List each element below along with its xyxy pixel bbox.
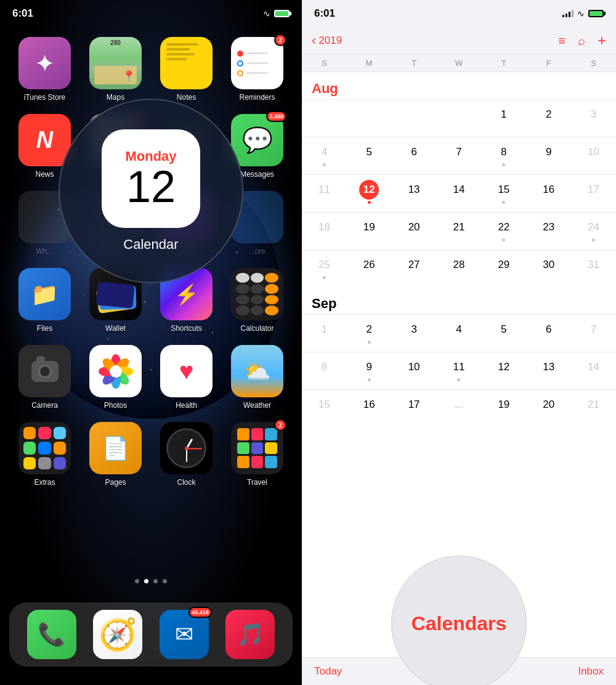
cal-day-aug-15[interactable]: 15 [481,175,526,212]
cal-back-button[interactable]: ‹ 2019 [312,33,459,49]
cal-day-sep-6[interactable]: 6 [526,315,571,352]
cal-day-aug-24[interactable]: 24 [571,213,616,249]
cal-day-sep-19[interactable]: 19 [481,390,526,427]
app-icon-travel[interactable]: 2 [231,422,283,474]
dock-icon-phone[interactable]: 📞 [27,610,76,659]
dock-item-phone[interactable]: 📞 [27,610,76,659]
app-item-pages[interactable]: 📄 Pages [83,422,148,487]
cal-day-sep-11[interactable]: 11 [437,352,482,389]
cal-day-aug-20[interactable]: 20 [392,213,437,249]
cal-day-sep-12[interactable]: 12 [481,352,526,389]
cal-day-aug-31[interactable]: 31 [571,250,616,287]
dock-item-music[interactable]: 🎵 [225,610,275,659]
cal-day-sep-10[interactable]: 10 [392,352,437,389]
cal-day-sep-7[interactable]: 7 [571,315,616,352]
cal-add-button[interactable]: + [598,32,606,49]
cal-inbox-button[interactable]: Inbox [578,665,604,678]
cal-day-sep-16[interactable]: 16 [347,390,392,427]
cal-day-sep-9[interactable]: 9 [347,352,392,389]
cal-day-aug-27[interactable]: 27 [392,250,437,287]
app-item-weather[interactable]: ⛅ Weather [225,345,290,410]
cal-day-aug-26[interactable]: 26 [347,250,392,287]
cal-day-aug-14[interactable]: 14 [437,175,482,212]
cal-day-sep-5[interactable]: 5 [481,315,526,352]
app-icon-calculator[interactable] [231,268,283,320]
cal-day-aug-30[interactable]: 30 [526,250,571,287]
cal-day-sep-4[interactable]: 4 [437,315,482,352]
cal-day-sep-2[interactable]: 2 [347,315,392,352]
cal-day-aug-3[interactable]: 3 [571,100,616,137]
dock-icon-music[interactable]: 🎵 [225,610,275,659]
cal-day-aug-6[interactable]: 6 [392,137,437,174]
cal-day-sep-18-partial[interactable]: ... [437,390,482,427]
dock-item-safari[interactable]: 🧭 [93,610,142,659]
app-icon-reminders[interactable]: 2 [231,37,283,89]
cal-day-aug-22[interactable]: 22 [481,213,526,249]
app-icon-health[interactable]: ♥ [160,345,213,397]
cal-day-sep-3[interactable]: 3 [392,315,437,352]
app-icon-pages[interactable]: 📄 [89,422,142,474]
cal-day-aug-7[interactable]: 7 [437,137,482,174]
cal-day-aug-12[interactable]: 12 [347,175,392,212]
cal-day-aug-29[interactable]: 29 [481,250,526,287]
dock-icon-mail[interactable]: 45,419 ✉ [160,610,209,659]
app-item-camera[interactable]: Camera [12,345,77,410]
cal-day-aug-21[interactable]: 21 [437,213,482,249]
app-item-calculator[interactable]: Calculator [225,268,290,333]
cal-day-aug-11[interactable]: 11 [302,175,347,212]
app-item-itunes[interactable]: ✦ iTunes Store [12,37,77,102]
app-item-health[interactable]: ♥ Health [154,345,219,410]
app-icon-files[interactable]: 📁 [18,268,71,320]
app-item-maps[interactable]: 280 📍 Maps [83,37,148,102]
cal-day-aug-2[interactable]: 2 [526,100,571,137]
cal-day-aug-4[interactable]: 4 [302,137,347,174]
cal-day-sep-17-partial[interactable]: 17 [392,390,437,427]
app-icon-camera[interactable] [18,345,71,397]
cal-day-sep-15[interactable]: 15 [302,390,347,427]
cal-day-aug-empty-2[interactable] [347,100,392,137]
cal-day-aug-8[interactable]: 8 [481,137,526,174]
cal-day-aug-18[interactable]: 18 [302,213,347,249]
cal-day-sep-20[interactable]: 20 [526,390,571,427]
dock-icon-safari[interactable]: 🧭 [93,610,142,659]
app-icon-photos[interactable] [89,345,142,397]
app-icon-extras[interactable] [18,422,71,474]
cal-day-aug-5[interactable]: 5 [347,137,392,174]
cal-day-aug-16[interactable]: 16 [526,175,571,212]
dock-item-mail[interactable]: 45,419 ✉ [160,610,209,659]
app-icon-itunes[interactable]: ✦ [18,37,71,89]
app-item-clock[interactable]: Clock [154,422,219,487]
app-item-photos[interactable]: Photos [83,345,148,410]
app-item-reminders[interactable]: 2 Reminders [225,37,290,102]
app-item-notes[interactable]: Notes [154,37,219,102]
cal-day-aug-19[interactable]: 19 [347,213,392,249]
cal-day-aug-empty-1[interactable] [302,100,347,137]
cal-day-aug-28[interactable]: 28 [437,250,482,287]
cal-day-aug-17[interactable]: 17 [571,175,616,212]
app-icon-news[interactable]: N [18,114,71,166]
app-icon-notes[interactable] [160,37,213,89]
app-item-files[interactable]: 📁 Files [12,268,77,333]
app-icon-messages[interactable]: 3,368 💬 [231,114,283,166]
app-icon-maps[interactable]: 280 📍 [89,37,142,89]
cal-day-sep-14[interactable]: 14 [571,352,616,389]
app-icon-weather[interactable]: ⛅ [231,345,283,397]
cal-day-sep-13[interactable]: 13 [526,352,571,389]
cal-day-aug-10[interactable]: 10 [571,137,616,174]
cal-list-button[interactable]: ≡ [558,34,565,48]
cal-search-button[interactable]: ⌕ [578,34,585,48]
calendar-app-icon[interactable]: Monday 12 [102,129,200,228]
cal-day-aug-13[interactable]: 13 [392,175,437,212]
cal-day-aug-empty-3[interactable] [392,100,437,137]
cal-day-sep-21[interactable]: 21 [571,390,616,427]
app-item-extras[interactable]: Extras [12,422,77,487]
cal-day-aug-25[interactable]: 25 [302,250,347,287]
cal-day-aug-empty-4[interactable] [437,100,482,137]
app-item-travel[interactable]: 2 Travel [225,422,290,487]
app-icon-clock[interactable] [160,422,213,474]
cal-day-aug-9[interactable]: 9 [526,137,571,174]
cal-day-aug-1[interactable]: 1 [481,100,526,137]
cal-today-button[interactable]: Today [314,665,342,678]
calendars-bubble[interactable]: Calendars [391,556,527,685]
cal-day-aug-23[interactable]: 23 [526,213,571,249]
